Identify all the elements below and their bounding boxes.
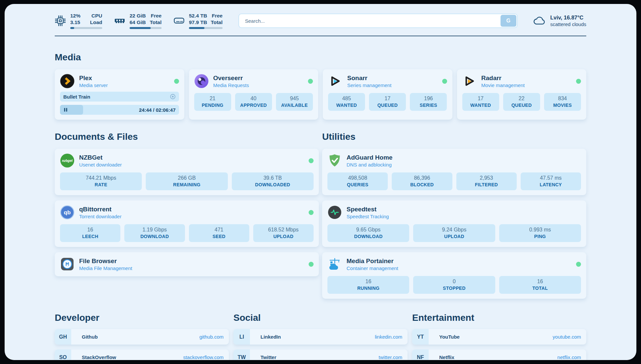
link-twitter[interactable]: TW Twitter twitter.com — [233, 349, 408, 360]
link-badge: TW — [233, 349, 250, 360]
cloud-icon — [533, 16, 546, 26]
video-session-icon — [170, 94, 176, 100]
app-subtitle: Movie management — [481, 82, 572, 88]
entertainment-section: Entertainment YT YouTube youtube.com NF … — [412, 313, 586, 360]
link-youtube[interactable]: YT YouTube youtube.com — [412, 329, 586, 345]
radarr-icon — [462, 74, 477, 88]
svg-text:nzbget: nzbget — [62, 159, 73, 163]
stat-box: 498,508 QUERIES — [327, 172, 388, 190]
sonarr-icon — [328, 74, 343, 88]
app-title: NZBGet — [79, 154, 304, 161]
memory-label-bottom: Total — [150, 19, 162, 26]
hard-drive-icon — [173, 17, 185, 25]
stat-box: 17 WANTED — [462, 93, 499, 111]
dashboard-panel: 12% 3.15 CPU Load — [5, 4, 636, 360]
memory-stat: 22 GiB 64 GiB Free Total — [114, 13, 162, 29]
filebrowser-card[interactable]: File Browser Media File Management — [55, 252, 319, 276]
stat-box: 0 STOPPED — [413, 276, 495, 294]
section-title-developer: Developer — [55, 313, 229, 323]
adguard-card[interactable]: AdGuard Home DNS and adblocking 498,508 … — [322, 149, 586, 195]
stat-box: 945 AVAILABLE — [276, 93, 313, 111]
dashboard-window: 12% 3.15 CPU Load — [0, 0, 641, 364]
disk-label-top: Free — [211, 13, 223, 19]
status-online-dot — [309, 210, 314, 215]
link-stackoverflow[interactable]: SO StackOverflow stackoverflow.com — [55, 349, 229, 360]
weather-widget: Lviv, 16.87°C scattered clouds — [533, 15, 586, 27]
stat-box: 2,953 FILTERED — [456, 172, 517, 190]
link-badge: SO — [55, 349, 71, 360]
cpu-usage-value: 12% — [70, 13, 80, 19]
status-online-dot — [308, 79, 313, 84]
stat-box: 9.65 Gbps DOWNLOAD — [327, 224, 409, 242]
stat-box: 86,396 BLOCKED — [392, 172, 452, 190]
stat-box: 40 APPROVED — [235, 93, 272, 111]
filebrowser-icon — [60, 257, 75, 271]
stat-box: 471 SEED — [189, 224, 249, 242]
cpu-label-bottom: Load — [90, 19, 102, 26]
status-online-dot — [576, 79, 581, 84]
radarr-card[interactable]: Radarr Movie management 17 WANTED 22 QUE… — [457, 69, 587, 120]
playback-progress-row: 24:44 / 02:06:47 — [60, 105, 179, 115]
plex-icon — [60, 74, 75, 88]
overseerr-card[interactable]: Overseerr Media Requests 21 PENDING 40 A… — [189, 69, 319, 120]
link-badge: LI — [233, 329, 250, 345]
documents-column: Documents & Files nzbget NZBGet U — [55, 132, 319, 276]
portainer-card[interactable]: Media Portainer Container management 16 … — [322, 252, 586, 299]
app-title: Radarr — [481, 75, 572, 82]
cpu-progress-fill — [70, 27, 74, 29]
cpu-stat: 12% 3.15 CPU Load — [55, 13, 102, 29]
link-netflix[interactable]: NF Netflix netflix.com — [412, 349, 586, 360]
stat-box: 39.6 TB DOWNLOADED — [232, 172, 314, 190]
app-subtitle: Container management — [347, 265, 571, 271]
playback-time: 24:44 / 02:06:47 — [139, 107, 176, 113]
app-subtitle: Speedtest Tracking — [347, 214, 581, 219]
nzbget-card[interactable]: nzbget NZBGet Usenet downloader 744.21 M… — [55, 149, 319, 195]
disk-stat: 52.4 TB 97.9 TB Free Total — [173, 13, 223, 29]
link-linkedin[interactable]: LI LinkedIn linkedin.com — [233, 329, 408, 345]
overseerr-icon — [194, 74, 209, 88]
status-online-dot — [309, 262, 314, 267]
qbittorrent-card[interactable]: qb qBittorrent Torrent downloader 16 LEE… — [55, 200, 319, 247]
nzbget-icon: nzbget — [60, 153, 75, 168]
section-title-media: Media — [55, 52, 586, 63]
pause-icon — [63, 107, 68, 112]
app-subtitle: Media Requests — [213, 82, 304, 88]
sonarr-card[interactable]: Sonarr Series management 485 WANTED 17 Q… — [323, 69, 452, 120]
now-playing-row: Bullet Train — [60, 92, 179, 102]
search-input[interactable] — [238, 14, 518, 28]
weather-location: Lviv, 16.87°C — [550, 15, 586, 21]
speedtest-icon — [327, 205, 342, 220]
now-playing-title: Bullet Train — [63, 94, 170, 100]
memory-progress-fill — [130, 27, 151, 29]
status-online-dot — [309, 158, 314, 163]
app-subtitle: Media File Management — [79, 265, 304, 271]
stat-box: 834 MOVIES — [544, 93, 581, 111]
weather-condition: scattered clouds — [550, 21, 586, 27]
search-engine-button[interactable]: G — [501, 15, 516, 27]
link-badge: GH — [55, 329, 71, 345]
stat-box: 21 PENDING — [194, 93, 231, 111]
memory-free-value: 22 GiB — [130, 13, 146, 19]
app-subtitle: Usenet downloader — [79, 162, 304, 167]
stat-box: 1.19 Gbps DOWNLOAD — [124, 224, 185, 242]
link-badge: NF — [412, 349, 429, 360]
app-title: Sonarr — [347, 75, 438, 82]
stat-box: 22 QUEUED — [503, 93, 540, 111]
developer-section: Developer GH Github github.com SO StackO… — [55, 313, 229, 360]
link-badge: YT — [412, 329, 429, 345]
app-title: Media Portainer — [347, 258, 571, 265]
search-bar: G — [238, 14, 518, 28]
disk-total-value: 97.9 TB — [189, 19, 207, 26]
qbittorrent-icon: qb — [60, 205, 75, 220]
social-section: Social LI LinkedIn linkedin.com TW Twitt… — [233, 313, 408, 360]
disk-progress-fill — [189, 27, 204, 29]
stat-box: 744.21 Mbps RATE — [60, 172, 142, 190]
plex-card[interactable]: Plex Media server Bullet Train — [55, 69, 184, 120]
app-title: File Browser — [79, 258, 304, 265]
link-github[interactable]: GH Github github.com — [55, 329, 229, 345]
status-online-dot — [174, 79, 179, 84]
stat-box: 196 SERIES — [410, 93, 447, 111]
header-divider — [55, 36, 586, 36]
speedtest-card[interactable]: Speedtest Speedtest Tracking 9.65 Gbps D… — [322, 200, 586, 247]
stat-box: 16 TOTAL — [499, 276, 581, 294]
